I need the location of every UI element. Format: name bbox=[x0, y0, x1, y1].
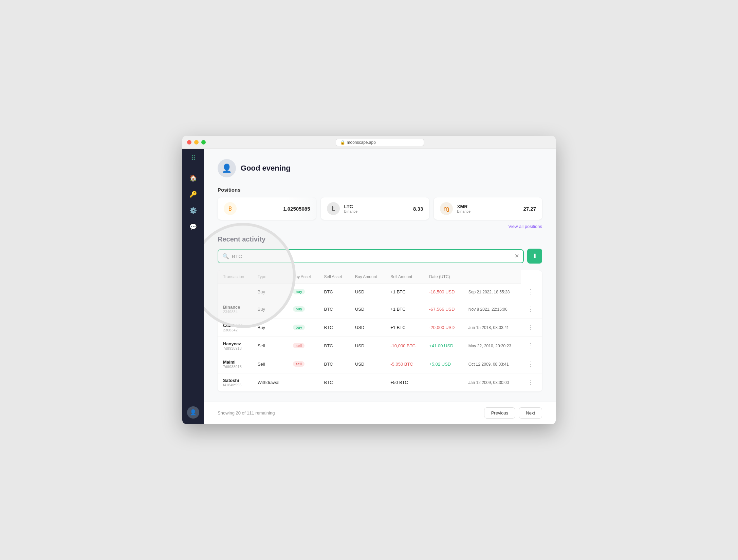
buy-amount-value: +1 BTC bbox=[390, 307, 405, 312]
greeting-text: Good evening bbox=[241, 164, 291, 173]
cell-buy-asset: BTC bbox=[319, 355, 350, 373]
footer-bar: Showing 20 of 111 remaining Previous Nex… bbox=[204, 402, 556, 424]
more-options-button[interactable]: ⋮ bbox=[526, 342, 535, 349]
home-icon: 🏠 bbox=[189, 174, 197, 182]
pagination-buttons: Previous Next bbox=[484, 407, 542, 419]
cell-buy-amount: -5,050 BTC bbox=[385, 355, 424, 373]
search-input[interactable] bbox=[232, 250, 512, 263]
col-buy-amount: Buy Amount bbox=[350, 270, 385, 284]
more-options-button[interactable]: ⋮ bbox=[526, 360, 535, 368]
cell-more: ⋮ bbox=[521, 373, 542, 391]
search-clear-button[interactable]: ✕ bbox=[515, 253, 519, 259]
positions-row: ₿ 1.02505085 Ł LTC Binance 8.33 bbox=[218, 197, 542, 220]
cell-buy-amount: -10,000 BTC bbox=[385, 336, 424, 355]
more-options-button[interactable]: ⋮ bbox=[526, 324, 535, 331]
minimize-btn[interactable] bbox=[194, 140, 199, 144]
close-btn[interactable] bbox=[187, 140, 191, 144]
cell-buy-asset: BTC bbox=[319, 318, 350, 336]
buy-amount-value: -10,000 BTC bbox=[390, 343, 416, 348]
cell-sell-amount: -67,566 USD bbox=[424, 300, 463, 318]
main-inner: 👤 Good evening Positions ₿ 1.02505085 bbox=[204, 149, 556, 402]
cell-more: ⋮ bbox=[521, 300, 542, 318]
cell-date: Jun 15 2018, 08:03:41 bbox=[463, 318, 521, 336]
cell-date: Jan 12 2009, 03:30:00 bbox=[463, 373, 521, 391]
url-display[interactable]: 🔒 moonscape.app bbox=[336, 139, 424, 146]
xmr-info: XMR Binance bbox=[457, 204, 519, 213]
table-header: Transaction Type Buy Asset Sell Asset Bu… bbox=[218, 270, 542, 284]
cell-buy-amount: +1 BTC bbox=[385, 284, 424, 300]
cell-badge: buy bbox=[288, 318, 319, 336]
tx-id: 7dff938918 bbox=[223, 346, 247, 350]
titlebar: 🔒 moonscape.app bbox=[182, 136, 556, 149]
maximize-btn[interactable] bbox=[201, 140, 206, 144]
positions-title: Positions bbox=[218, 187, 542, 193]
key-icon: 🔑 bbox=[189, 191, 197, 198]
more-options-button[interactable]: ⋮ bbox=[526, 379, 535, 386]
tx-name: Binance bbox=[223, 305, 247, 310]
cell-buy-asset: BTC bbox=[319, 284, 350, 300]
cell-transaction bbox=[218, 284, 252, 300]
cell-buy-amount: +1 BTC bbox=[385, 318, 424, 336]
xmr-symbol: XMR bbox=[457, 204, 519, 209]
cell-badge: buy bbox=[288, 300, 319, 318]
position-card-btc[interactable]: ₿ 1.02505085 bbox=[218, 197, 316, 220]
cell-buy-asset: BTC bbox=[319, 300, 350, 318]
table-row: Hanyecz7dff938918SellsellBTCUSD-10,000 B… bbox=[218, 336, 542, 355]
next-button[interactable]: Next bbox=[519, 407, 542, 419]
search-icon: 🔍 bbox=[222, 253, 229, 259]
cell-sell-amount: +41.00 USD bbox=[424, 336, 463, 355]
cell-sell-amount: -18,500 USD bbox=[424, 284, 463, 300]
view-all-positions-link[interactable]: View all positions bbox=[509, 224, 542, 229]
sell-amount-value: +5.02 USD bbox=[429, 362, 451, 367]
table-row: Coinbase2308342BuybuyBTCUSD+1 BTC-20,000… bbox=[218, 318, 542, 336]
type-badge: buy bbox=[293, 306, 305, 312]
buy-amount-value: -5,050 BTC bbox=[390, 362, 413, 367]
col-type: Type bbox=[252, 270, 288, 284]
previous-button[interactable]: Previous bbox=[484, 407, 516, 419]
sidebar-item-keys[interactable]: 🔑 bbox=[186, 187, 201, 202]
cell-type: Buy bbox=[252, 300, 288, 318]
more-options-button[interactable]: ⋮ bbox=[526, 305, 535, 313]
user-avatar[interactable]: 👤 bbox=[187, 406, 199, 419]
type-badge: sell bbox=[293, 361, 305, 367]
more-options-button[interactable]: ⋮ bbox=[526, 288, 535, 295]
sidebar: ⠿ 🏠 🔑 ⚙️ 💬 👤 bbox=[182, 149, 204, 424]
download-button[interactable]: ⬇ bbox=[527, 249, 542, 264]
tx-name: Malmi bbox=[223, 360, 247, 365]
sidebar-item-messages[interactable]: 💬 bbox=[186, 219, 201, 234]
sidebar-item-settings[interactable]: ⚙️ bbox=[186, 203, 201, 218]
type-badge: buy bbox=[293, 289, 305, 294]
date-value: May 22, 2010, 20:30:23 bbox=[468, 344, 511, 348]
sell-amount-value: +41.00 USD bbox=[429, 343, 453, 348]
cell-type: Sell bbox=[252, 355, 288, 373]
type-badge: buy bbox=[293, 325, 305, 330]
cell-buy-amount: +50 BTC bbox=[385, 373, 424, 391]
recent-activity-title: Recent activity bbox=[218, 235, 542, 243]
url-bar: 🔒 moonscape.app bbox=[208, 139, 551, 146]
greeting-avatar: 👤 bbox=[218, 159, 236, 177]
avatar-icon: 👤 bbox=[190, 409, 197, 416]
search-input-wrap: 🔍 ✕ bbox=[218, 249, 524, 263]
ltc-exchange: Binance bbox=[344, 209, 409, 213]
tx-name: Satoshi bbox=[223, 378, 247, 383]
greeting-avatar-icon: 👤 bbox=[222, 163, 232, 173]
ltc-symbol: LTC bbox=[344, 204, 409, 209]
cell-type: Sell bbox=[252, 336, 288, 355]
table-row: Binance2349834BuybuyBTCUSD+1 BTC-67,566 … bbox=[218, 300, 542, 318]
download-icon: ⬇ bbox=[532, 252, 537, 260]
position-card-ltc[interactable]: Ł LTC Binance 8.33 bbox=[321, 197, 429, 220]
messages-icon: 💬 bbox=[189, 223, 197, 231]
sidebar-item-home[interactable]: 🏠 bbox=[186, 171, 201, 186]
date-value: Jun 15 2018, 08:03:41 bbox=[468, 325, 509, 330]
cell-more: ⋮ bbox=[521, 355, 542, 373]
cell-sell-amount bbox=[424, 373, 463, 391]
cell-sell-amount: -20,000 USD bbox=[424, 318, 463, 336]
cell-badge: sell bbox=[288, 336, 319, 355]
sell-amount-value: -67,566 USD bbox=[429, 307, 455, 312]
cell-transaction: Malmi7dff938918 bbox=[218, 355, 252, 373]
cell-more: ⋮ bbox=[521, 318, 542, 336]
cell-more: ⋮ bbox=[521, 284, 542, 300]
cell-transaction: Hanyecz7dff938918 bbox=[218, 336, 252, 355]
xmr-coin-icon: ɱ bbox=[440, 202, 453, 215]
position-card-xmr[interactable]: ɱ XMR Binance 27.27 bbox=[434, 197, 542, 220]
